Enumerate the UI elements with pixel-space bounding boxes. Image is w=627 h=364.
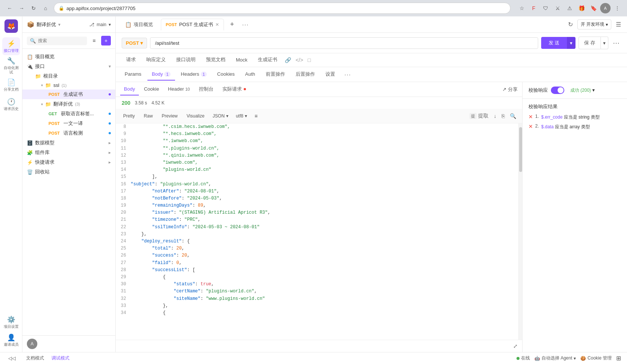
- code-icon-btn[interactable]: </>: [294, 56, 305, 65]
- send-dropdown-button[interactable]: ▾: [567, 37, 575, 49]
- home-button[interactable]: ⌂: [40, 3, 51, 13]
- tab-project-overview[interactable]: 📋 项目概览: [120, 19, 158, 31]
- method-selector[interactable]: POST ▾: [122, 38, 147, 48]
- subtab-mock[interactable]: Mock: [231, 54, 252, 66]
- resp-tab-actual[interactable]: 实际请求: [219, 83, 250, 96]
- resp-tab-body[interactable]: Body: [120, 83, 139, 95]
- tree-item-post-ssl[interactable]: POST 生成证书: [22, 90, 115, 99]
- tab-post-cert[interactable]: POST POST 生成证书 ✕: [161, 19, 224, 31]
- save-dropdown-button[interactable]: ▾: [601, 37, 608, 49]
- copy-button[interactable]: ⎘: [500, 111, 506, 121]
- app-logo[interactable]: 🦊: [4, 19, 18, 33]
- validate-toggle[interactable]: [551, 87, 564, 94]
- more-options-button[interactable]: ⋮: [612, 3, 623, 13]
- address-bar[interactable]: 🔒 app.apifox.com/project/2877705: [54, 3, 511, 14]
- bodytab-cookies[interactable]: Cookies: [213, 68, 239, 81]
- ext5-button[interactable]: 🎁: [576, 3, 587, 13]
- search-code-button[interactable]: 🔍: [508, 111, 518, 121]
- subtab-request[interactable]: 请求: [122, 53, 140, 67]
- subtab-gen-cert[interactable]: 生成证书: [253, 53, 282, 67]
- sidebar-item-invite[interactable]: 👤 邀请成员: [2, 331, 20, 349]
- scroll-thumb[interactable]: [519, 127, 522, 172]
- sidebar-item-interface-manage[interactable]: ⚡ 接口管理: [2, 37, 20, 55]
- collapse-sidebar-btn[interactable]: ◁◁: [6, 354, 18, 363]
- json-format-selector[interactable]: JSON ▾: [210, 112, 231, 120]
- subtab-resp-def[interactable]: 响应定义: [142, 53, 170, 67]
- ext4-button[interactable]: ⚠: [564, 3, 575, 13]
- tree-item-project-overview[interactable]: 📋 项目概览: [22, 52, 115, 62]
- layout-btn[interactable]: ⊞: [616, 355, 621, 362]
- tree-item-recycle[interactable]: 🗑️ 回收站: [22, 167, 115, 177]
- share-icon-btn[interactable]: □: [306, 56, 312, 65]
- request-more-button[interactable]: ⋯: [611, 37, 621, 48]
- project-dropdown-icon[interactable]: ▾: [58, 22, 60, 27]
- ext3-button[interactable]: ⚔: [552, 3, 563, 13]
- tree-item-ssl[interactable]: ▾ 📁 ssl (1): [22, 81, 115, 90]
- bodytab-auth[interactable]: Auth: [241, 68, 260, 81]
- bodytab-body[interactable]: Body 1: [147, 68, 175, 81]
- tree-item-component-lib[interactable]: 🧩 组件库 ▸: [22, 148, 115, 157]
- visualize-btn[interactable]: Visualize: [184, 112, 208, 120]
- link-icon-btn[interactable]: 🔗: [283, 56, 293, 65]
- bodytab-post-op[interactable]: 后置操作: [291, 68, 319, 81]
- debug-mode-btn[interactable]: 调试模式: [48, 354, 73, 363]
- env-selector[interactable]: 开 开发环境 ▾: [577, 19, 611, 29]
- scrollbar[interactable]: [518, 123, 522, 340]
- resp-tab-header[interactable]: Header 10: [164, 83, 194, 95]
- save-button[interactable]: 保 存: [578, 37, 601, 49]
- add-tab-button[interactable]: +: [227, 19, 237, 30]
- reload-button[interactable]: ↻: [28, 3, 39, 13]
- subtab-preview[interactable]: 预览文档: [202, 53, 230, 67]
- pretty-btn[interactable]: Pretty: [120, 112, 138, 120]
- avatar-button[interactable]: A: [600, 3, 611, 13]
- bodytab-pre-op[interactable]: 前置操作: [261, 68, 290, 81]
- add-button[interactable]: +: [101, 36, 111, 46]
- tree-item-post-detect[interactable]: POST 语言检测: [22, 128, 115, 138]
- back-button[interactable]: ←: [4, 3, 15, 13]
- bodytab-params[interactable]: Params: [120, 68, 146, 81]
- extract-button[interactable]: 提 提取: [468, 111, 490, 121]
- preview-btn[interactable]: Preview: [159, 112, 181, 120]
- sidebar-item-request-history[interactable]: 🕐 请求历史: [2, 95, 20, 113]
- more-tabs-dots[interactable]: ⋯: [341, 70, 354, 79]
- search-input[interactable]: [38, 38, 84, 43]
- tree-item-yifuyiyou[interactable]: ▾ 📁 翻译折优 (3): [22, 99, 115, 109]
- expand-button[interactable]: ⤢: [512, 342, 519, 351]
- bodytab-settings[interactable]: 设置: [321, 68, 340, 81]
- encoding-selector[interactable]: utf8 ▾: [234, 112, 249, 120]
- more-tabs-icon[interactable]: ⋯: [240, 21, 250, 29]
- cookie-manage-btn[interactable]: 🍪 Cookie 管理: [580, 355, 612, 361]
- doc-mode-btn[interactable]: 文档模式: [22, 354, 48, 363]
- tree-item-data-models[interactable]: 🗄️ 数据模型 ▸: [22, 138, 115, 148]
- branch-selector[interactable]: ⎇ main ▾: [89, 22, 111, 27]
- share-button[interactable]: ↗ 分享: [502, 86, 518, 93]
- ext6-button[interactable]: 🔖: [588, 3, 599, 13]
- forward-button[interactable]: →: [16, 3, 27, 13]
- tree-item-root[interactable]: 📁 根目录: [22, 71, 115, 81]
- send-button[interactable]: 发 送: [541, 37, 567, 49]
- tree-item-interfaces[interactable]: 🔌 接口 ▾: [22, 62, 115, 71]
- sidebar-item-settings[interactable]: ⚙️ 项目设置: [2, 313, 20, 331]
- subtab-api-desc[interactable]: 接口说明: [172, 53, 200, 67]
- list-icon-btn[interactable]: ≡: [252, 112, 260, 120]
- ext1-button[interactable]: F: [528, 3, 539, 13]
- ext2-button[interactable]: 🛡: [540, 3, 551, 13]
- search-wrap[interactable]: 🔍: [27, 37, 87, 45]
- auto-agent-selector[interactable]: 🤖 自动选择 Agent ▾: [534, 355, 576, 361]
- bookmark-button[interactable]: ☆: [517, 3, 527, 13]
- filter-button[interactable]: ≡: [89, 36, 99, 46]
- code-scroll-area[interactable]: 8 "*.csim.hecs.iwnweb.com", 9 "*.hecs.iw…: [116, 123, 522, 340]
- tab-close-icon[interactable]: ✕: [215, 22, 219, 27]
- sidebar-item-share-doc[interactable]: 📄 分享文档: [2, 76, 20, 94]
- url-input[interactable]: [150, 37, 538, 49]
- tree-item-get-lang[interactable]: GET 获取语言标签...: [22, 109, 115, 119]
- raw-btn[interactable]: Raw: [141, 112, 156, 120]
- bodytab-headers[interactable]: Headers 1: [177, 68, 211, 81]
- resp-tab-control[interactable]: 控制台: [195, 83, 217, 96]
- tree-item-post-translate[interactable]: POST 一文一译: [22, 119, 115, 128]
- user-avatar[interactable]: A: [27, 339, 37, 349]
- sidebar-item-auto-test[interactable]: 🔧 自动化测试: [2, 57, 20, 75]
- tree-item-quick-request[interactable]: ⚡ 快捷请求 ▸: [22, 157, 115, 167]
- download-button[interactable]: ↓: [492, 111, 498, 121]
- resp-tab-cookie[interactable]: Cookie: [140, 83, 163, 95]
